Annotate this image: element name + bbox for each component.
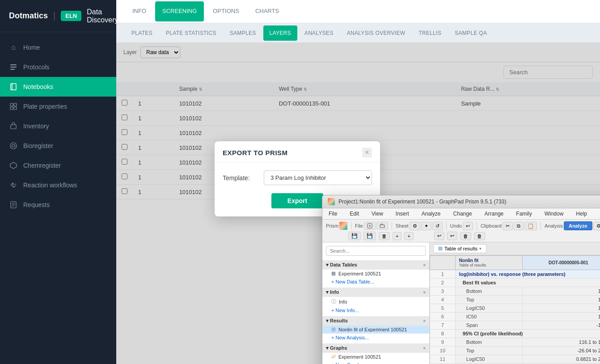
row-value-a-bottom-ci: 116.1 to 170.7 [523, 338, 600, 347]
toolbar-btn-analysis-settings[interactable]: ⚙ [593, 222, 600, 230]
sidebar-item-reaction-workflows[interactable]: Reaction workflows [0, 175, 116, 195]
toolbar-btn-paste[interactable]: 📋 [524, 222, 537, 230]
prism-tree-results: ▾ Results » Nonlin fit of Experiment 100… [322, 315, 429, 343]
row-label-bottom: Bottom [455, 287, 523, 296]
tab-screening[interactable]: SCREENING [155, 1, 204, 21]
row-num: 5 [430, 304, 456, 313]
toolbar-btn-add-row[interactable]: + [393, 232, 401, 240]
menu-insert[interactable]: Insert [393, 209, 412, 218]
prism-content-tab-results[interactable]: Table of results ▾ [433, 244, 486, 253]
sidebar-item-label: Requests [23, 201, 50, 208]
menu-family[interactable]: Family [513, 209, 534, 218]
toolbar-btn-del3[interactable]: 🗑 [474, 232, 485, 240]
row-label-top: Top [455, 296, 523, 304]
sidebar-item-inventory[interactable]: Inventory [0, 116, 116, 136]
toolbar-btn-analyze[interactable]: Analyze [564, 221, 592, 230]
prism-tree-item-info[interactable]: ⓘ Info [322, 297, 429, 306]
prism-table-row: 10 Top -26.04 to 20.88 0.5085 to 20.95 [430, 347, 600, 355]
prism-search-input[interactable] [326, 246, 426, 256]
notebooks-icon [9, 82, 18, 91]
menu-window[interactable]: Window [542, 209, 566, 218]
prism-titlebar: Project1:Nonlin fit of Experiment 100521… [322, 195, 600, 208]
menu-analyze[interactable]: Analyze [419, 209, 444, 218]
template-select[interactable]: 3 Param Log Inhibitor 4 Param Log Inhibi… [264, 170, 372, 185]
sidebar-item-chemregister[interactable]: Chemregister [0, 156, 116, 175]
prism-tree-item-nonlin-fit[interactable]: Nonlin fit of Experiment 100521 [322, 326, 429, 334]
menu-arrange[interactable]: Arrange [482, 209, 507, 218]
toolbar-btn-open[interactable] [376, 222, 388, 230]
toolbar-btn-undo[interactable]: ↩ [463, 222, 473, 230]
toolbar-btn-save[interactable]: 💾 [348, 232, 361, 240]
tree-expand-icon: » [423, 262, 426, 267]
export-button[interactable]: Export [271, 193, 323, 208]
toolbar-btn-new[interactable] [364, 222, 376, 230]
toolbar-btn-sheet3[interactable]: ↺ [432, 222, 443, 230]
svg-rect-26 [439, 247, 442, 250]
bioregister-icon [9, 141, 18, 150]
prism-tree-item-experiment[interactable]: Experiment 100521 [322, 270, 429, 278]
menu-edit[interactable]: Edit [347, 209, 362, 218]
menu-file[interactable]: File [326, 209, 340, 218]
template-label: Template: [223, 174, 258, 182]
module-badge[interactable]: ELN [61, 11, 81, 21]
toolbar-btn-save2[interactable]: 💾 [363, 232, 376, 240]
top-tabs: INFO SCREENING OPTIONS CHARTS [116, 0, 600, 23]
subtab-layers[interactable]: LAYERS [263, 25, 297, 41]
sidebar-item-label: Reaction workflows [23, 182, 77, 189]
prism-tree-graphs: ▾ Graphs » Experiment 100521 + New Graph… [322, 343, 429, 364]
add-data-table-label: + New Data Table... [331, 279, 374, 284]
toolbar-btn-sheet2[interactable]: ✦ [421, 222, 431, 230]
prism-tree-header-data-tables[interactable]: ▾ Data Tables » [322, 260, 429, 270]
subtab-analysis-overview[interactable]: ANALYSIS OVERVIEW [341, 25, 412, 41]
nonlin-fit-title: Nonlin fit [459, 258, 519, 263]
prism-tree-item-graph[interactable]: Experiment 100521 [322, 353, 429, 361]
modal-close-button[interactable]: × [362, 148, 372, 157]
toolbar-btn-add-col[interactable]: + [404, 232, 413, 240]
tab-info[interactable]: INFO [125, 1, 153, 21]
menu-help[interactable]: Help [573, 209, 590, 218]
subtab-plates[interactable]: PLATES [125, 25, 159, 41]
prism-tree-add-graph[interactable]: + New Graph... [322, 361, 429, 364]
tab-dropdown-arrow[interactable]: ▾ [479, 246, 482, 251]
sidebar-item-notebooks[interactable]: Notebooks [0, 77, 116, 97]
toolbar-btn-undo3[interactable]: ↩ [447, 232, 457, 240]
menu-view[interactable]: View [369, 209, 386, 218]
row-value-a-logic50-ci: 0.6821 to 2.246 [523, 355, 600, 364]
toolbar-btn-delete[interactable]: 🗑 [379, 232, 390, 240]
sidebar-item-protocols[interactable]: Protocols [0, 57, 116, 77]
add-analysis-label: + New Analysis... [331, 335, 369, 340]
subtab-sample-qa[interactable]: SAMPLE QA [448, 25, 493, 41]
sidebar-item-label: Bioregister [23, 142, 53, 149]
prism-tree-add-data-table[interactable]: + New Data Table... [322, 278, 429, 286]
toolbar-btn-cut[interactable]: ✂ [503, 222, 513, 230]
tab-options[interactable]: OPTIONS [206, 1, 246, 21]
prism-tree-header-graphs[interactable]: ▾ Graphs » [322, 343, 429, 353]
subtab-samples[interactable]: SAMPLES [224, 25, 262, 41]
toolbar-btn-del2[interactable]: 🗑 [460, 232, 471, 240]
sidebar-item-requests[interactable]: Requests [0, 195, 116, 215]
toolbar-btn-sheet[interactable]: ⚙ [410, 222, 420, 230]
sidebar-item-plate-properties[interactable]: Plate properties [0, 97, 116, 116]
prism-tree-header-info[interactable]: ▾ Info » [322, 288, 429, 297]
toolbar-btn-undo2[interactable]: ↩ [434, 232, 444, 240]
menu-change[interactable]: Change [451, 209, 475, 218]
prism-window: Project1:Nonlin fit of Experiment 100521… [322, 195, 600, 364]
prism-tree-info: ▾ Info » ⓘ Info + New Info... [322, 287, 429, 315]
subtab-plate-statistics[interactable]: PLATE STATISTICS [160, 25, 223, 41]
toolbar-btn-copy[interactable]: ⧉ [514, 222, 524, 230]
sub-tabs: PLATES PLATE STATISTICS SAMPLES LAYERS A… [116, 23, 600, 43]
prism-tree-add-analysis[interactable]: + New Analysis... [322, 334, 429, 342]
sidebar-item-home[interactable]: ⌂ Home [0, 38, 116, 57]
app-container: Dotmatics | ELN Data Discovery ⌂ Home Pr… [0, 0, 600, 364]
prism-tool-group-sheet: Sheet ⚙ ✦ ↺ [396, 222, 447, 230]
prism-table-row: 11 LogIC50 0.6821 to 2.246 2.871 to 3.91… [430, 355, 600, 364]
prism-table-container: Nonlin fit Table of results DOT-00000005… [430, 255, 600, 364]
subtab-trellis[interactable]: TRELLIS [412, 25, 448, 41]
subtab-analyses[interactable]: ANALYSES [298, 25, 340, 41]
prism-tree-header-results[interactable]: ▾ Results » [322, 316, 429, 326]
home-icon: ⌂ [9, 43, 18, 52]
sidebar-item-bioregister[interactable]: Bioregister [0, 136, 116, 156]
prism-tree-add-info[interactable]: + New Info... [322, 306, 429, 314]
tab-charts[interactable]: CHARTS [248, 1, 286, 21]
prism-search [326, 246, 426, 256]
